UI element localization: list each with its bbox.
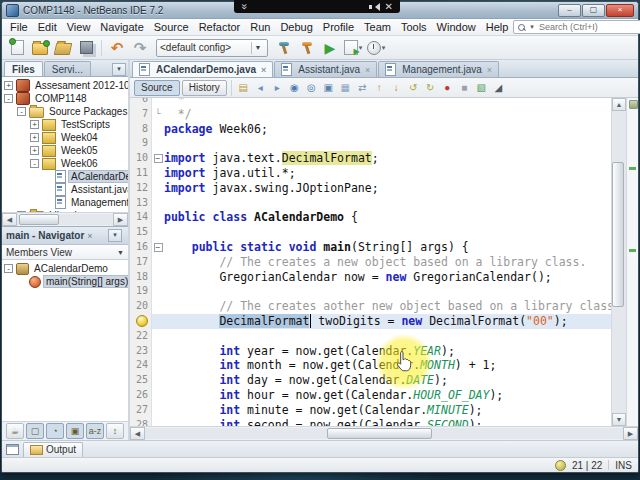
line-number[interactable]: 8: [130, 122, 152, 137]
navigator-close-icon[interactable]: ×: [87, 231, 92, 241]
overlay-close-icon[interactable]: ✕: [385, 2, 393, 12]
line-number[interactable]: 14: [130, 210, 152, 225]
show-inherited-button[interactable]: ☕: [6, 423, 24, 439]
editor-vertical-scrollbar[interactable]: ▲ ▼: [611, 98, 626, 426]
editor-tab-management-java[interactable]: Management.java×: [378, 61, 499, 77]
file-tree-item[interactable]: +Week05: [2, 144, 128, 157]
scroll-right-icon[interactable]: ▶: [623, 427, 638, 440]
navigator-header[interactable]: main - Navigator × ▾: [2, 226, 128, 245]
collapse-fold-icon[interactable]: −: [154, 154, 163, 163]
navigator-minimize-icon[interactable]: ▾: [108, 229, 122, 242]
file-tree-item[interactable]: -COMP1148: [2, 92, 128, 105]
line-number[interactable]: 18: [130, 270, 152, 285]
collapse-fold-icon[interactable]: −: [154, 243, 163, 252]
sort-position-button[interactable]: ↕: [106, 423, 124, 439]
panel-tab-files[interactable]: Files: [4, 61, 43, 76]
code-line[interactable]: 7└ */: [130, 107, 611, 122]
overlay-collapse-icon[interactable]: »: [240, 3, 249, 9]
line-number[interactable]: 26: [130, 388, 152, 403]
occurrence-mark[interactable]: [629, 167, 636, 170]
memory-status-icon[interactable]: [555, 460, 566, 471]
close-tab-icon[interactable]: ×: [261, 65, 266, 75]
line-number[interactable]: 13: [130, 196, 152, 211]
menu-help[interactable]: Help: [481, 20, 514, 34]
code-line[interactable]: 12import javax.swing.JOptionPane;: [130, 181, 611, 196]
close-tab-icon[interactable]: ×: [365, 65, 370, 75]
collapse-icon[interactable]: -: [17, 107, 26, 116]
code-line[interactable]: 11import java.util.*;: [130, 166, 611, 181]
menu-source[interactable]: Source: [149, 20, 194, 34]
warning-bulb-icon[interactable]: [136, 315, 148, 327]
collapse-icon[interactable]: -: [4, 264, 13, 273]
collapse-icon[interactable]: -: [4, 94, 13, 103]
show-fields-button[interactable]: ▢: [26, 423, 44, 439]
close-tab-icon[interactable]: ×: [487, 65, 492, 75]
chevron-down-icon[interactable]: ▼: [251, 42, 264, 54]
file-tree-item[interactable]: +Assesament 2012-10-22: [2, 79, 128, 92]
code-line[interactable]: 28 int second = now.get(Calendar.SECOND)…: [130, 418, 611, 426]
line-number[interactable]: 9: [130, 136, 152, 151]
file-tree-item[interactable]: -Week06: [2, 157, 128, 170]
code-line[interactable]: 17 // The creates a new object based on …: [130, 255, 611, 270]
view-button-source[interactable]: Source: [134, 80, 180, 96]
toggle-highlight-icon[interactable]: ▦: [338, 80, 353, 95]
select-in-projects-icon[interactable]: ▣: [321, 80, 336, 95]
code-line[interactable]: 19: [130, 284, 611, 299]
menu-view[interactable]: View: [62, 20, 96, 34]
output-tab[interactable]: Output: [23, 442, 83, 457]
line-number[interactable]: 6: [130, 98, 152, 107]
view-button-history[interactable]: History: [182, 80, 227, 96]
line-number[interactable]: 19: [130, 284, 152, 299]
code-line[interactable]: 15: [130, 225, 611, 240]
code-line[interactable]: 22: [130, 329, 611, 344]
previous-occurrence-icon[interactable]: ↺: [406, 80, 421, 95]
editor-tab-acalendardemo-java[interactable]: ACalendarDemo.java×: [132, 61, 273, 77]
code-line[interactable]: 18 GregorianCalendar now = new Gregorian…: [130, 270, 611, 285]
line-number[interactable]: 28: [130, 418, 152, 426]
back-icon[interactable]: ◂: [253, 80, 268, 95]
error-stripe[interactable]: [626, 98, 638, 426]
error-stripe-status-icon[interactable]: [629, 100, 638, 109]
next-bookmark-icon[interactable]: ↓: [389, 80, 404, 95]
search-dropdown-icon[interactable]: ▾: [530, 23, 534, 31]
search-input[interactable]: [537, 21, 640, 33]
panel-minimize-icon[interactable]: ▾: [112, 63, 126, 76]
comment-icon[interactable]: ▧: [474, 80, 489, 95]
next-occurrence-icon[interactable]: ↻: [423, 80, 438, 95]
scroll-right-icon[interactable]: ▶: [113, 213, 128, 226]
scroll-left-icon[interactable]: ◀: [2, 213, 17, 226]
line-number[interactable]: 24: [130, 358, 152, 373]
config-selector[interactable]: <default config>▼: [156, 39, 268, 57]
code-line[interactable]: 13: [130, 196, 611, 211]
save-all-button[interactable]: [76, 38, 96, 57]
code-line[interactable]: 16− public static void main(String[] arg…: [130, 240, 611, 255]
line-number[interactable]: 27: [130, 403, 152, 418]
menu-run[interactable]: Run: [245, 20, 275, 34]
line-number[interactable]: 10: [130, 151, 152, 166]
new-project-button[interactable]: [30, 38, 50, 57]
clean-build-project-button[interactable]: [297, 38, 317, 57]
code-line[interactable]: 9: [130, 136, 611, 151]
code-line[interactable]: 20 // The creates aother new object base…: [130, 299, 611, 314]
code-line[interactable]: 26 int hour = now.get(Calendar.HOUR_OF_D…: [130, 388, 611, 403]
line-number[interactable]: 15: [130, 225, 152, 240]
profile-project-button[interactable]: ▾: [366, 38, 386, 57]
menu-edit[interactable]: Edit: [33, 20, 62, 34]
code-line[interactable]: 6 *: [130, 98, 611, 107]
code-fold-icon[interactable]: −: [152, 151, 164, 166]
code-line[interactable]: 10−import java.text.DecimalFormat;: [130, 151, 611, 166]
line-number[interactable]: 22: [130, 329, 152, 344]
navigator-tree-item[interactable]: -ACalendarDemo: [2, 262, 128, 275]
scrollbar-thumb[interactable]: [612, 162, 624, 307]
show-static-button[interactable]: ▣: [66, 423, 84, 439]
expand-icon[interactable]: +: [4, 81, 13, 90]
file-tree-item[interactable]: +TestScripts: [2, 118, 128, 131]
code-line[interactable]: 24 int month = now.get(Calendar.MONTH) +…: [130, 358, 611, 373]
collapse-icon[interactable]: -: [30, 159, 39, 168]
navigator-tree-item[interactable]: +main(String[] args): [2, 275, 128, 288]
line-number[interactable]: 11: [130, 166, 152, 181]
sync-views-icon[interactable]: ⇄: [355, 80, 370, 95]
members-view-selector[interactable]: Members View ▼: [2, 245, 128, 260]
file-tree-item[interactable]: +Management.jav: [2, 196, 128, 209]
redo-button[interactable]: ↷: [130, 38, 150, 57]
